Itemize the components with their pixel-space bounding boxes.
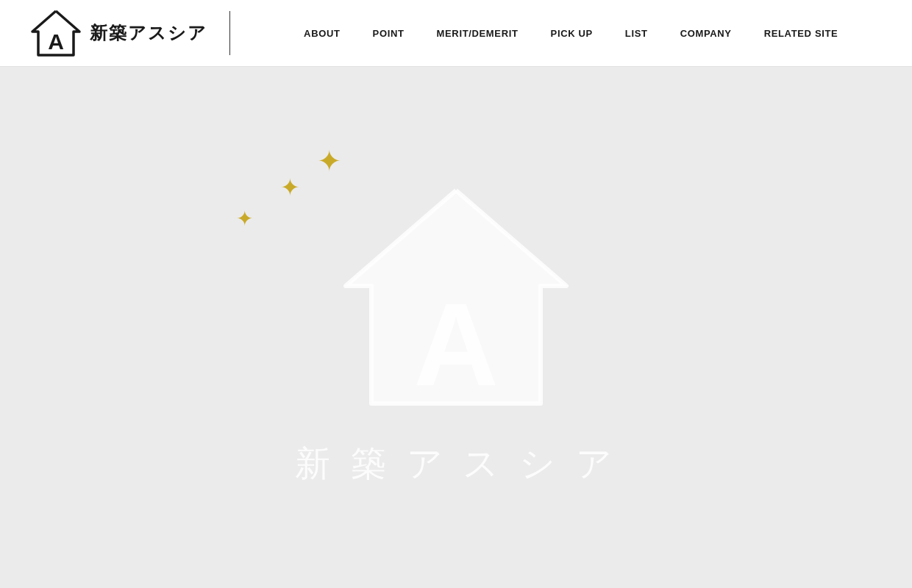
nav-item-about[interactable]: ABOUT xyxy=(288,28,356,39)
main-nav: ABOUT POINT MERIT/DEMERIT PICK UP LIST C… xyxy=(230,28,912,39)
logo-icon: A xyxy=(29,7,82,60)
nav-item-list[interactable]: LIST xyxy=(609,28,664,39)
center-logo: ✦ ✦ ✦ A 新 築 ア ス シ ア xyxy=(295,168,617,487)
star-3-icon: ✦ xyxy=(236,209,253,229)
svg-text:A: A xyxy=(413,279,499,410)
nav-item-company[interactable]: COMPANY xyxy=(664,28,748,39)
main-content: ✦ ✦ ✦ A 新 築 ア ス シ ア xyxy=(0,67,912,588)
nav-item-related-site[interactable]: RELATED SITE xyxy=(748,28,855,39)
center-house-icon: A xyxy=(324,168,588,433)
nav-item-merit-demerit[interactable]: MERIT/DEMERIT xyxy=(421,28,535,39)
center-logo-text: 新 築 ア ス シ ア xyxy=(295,440,617,487)
nav-item-pickup[interactable]: PICK UP xyxy=(535,28,609,39)
logo-area: A 新築アスシア xyxy=(0,11,230,55)
nav-item-point[interactable]: POINT xyxy=(357,28,421,39)
star-2-icon: ✦ xyxy=(280,176,300,199)
site-header: A 新築アスシア ABOUT POINT MERIT/DEMERIT PICK … xyxy=(0,0,912,67)
logo-text: 新築アスシア xyxy=(90,21,207,45)
svg-text:A: A xyxy=(48,29,64,54)
